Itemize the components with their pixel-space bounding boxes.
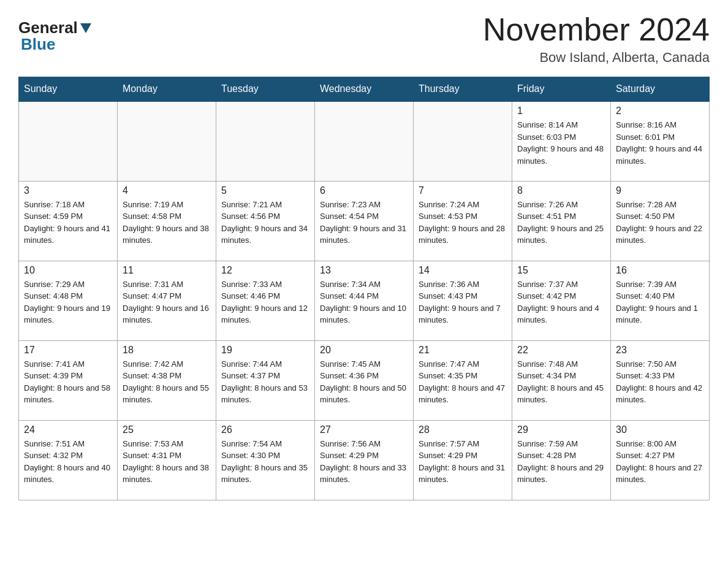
sun-info: Sunrise: 8:00 AMSunset: 4:27 PMDaylight:… — [616, 438, 704, 486]
day-number: 6 — [320, 185, 408, 196]
day-number: 15 — [517, 265, 605, 276]
weekday-header-wednesday: Wednesday — [315, 77, 414, 102]
calendar-cell: 23Sunrise: 7:50 AMSunset: 4:33 PMDayligh… — [611, 340, 710, 420]
day-number: 11 — [123, 265, 211, 276]
calendar-cell: 13Sunrise: 7:34 AMSunset: 4:44 PMDayligh… — [315, 261, 414, 340]
day-number: 20 — [320, 345, 408, 356]
calendar-cell: 12Sunrise: 7:33 AMSunset: 4:46 PMDayligh… — [216, 261, 315, 340]
sun-info: Sunrise: 7:48 AMSunset: 4:34 PMDaylight:… — [517, 358, 605, 406]
sun-info: Sunrise: 7:53 AMSunset: 4:31 PMDaylight:… — [123, 438, 211, 486]
day-number: 4 — [123, 185, 211, 196]
calendar-cell: 26Sunrise: 7:54 AMSunset: 4:30 PMDayligh… — [216, 420, 315, 500]
calendar-cell: 14Sunrise: 7:36 AMSunset: 4:43 PMDayligh… — [414, 261, 512, 340]
weekday-header-row: SundayMondayTuesdayWednesdayThursdayFrid… — [19, 77, 710, 102]
day-number: 9 — [616, 185, 704, 196]
calendar-cell: 11Sunrise: 7:31 AMSunset: 4:47 PMDayligh… — [118, 261, 216, 340]
day-number: 2 — [616, 105, 704, 117]
sun-info: Sunrise: 7:19 AMSunset: 4:58 PMDaylight:… — [123, 199, 211, 247]
sun-info: Sunrise: 7:34 AMSunset: 4:44 PMDaylight:… — [320, 278, 408, 326]
sun-info: Sunrise: 7:18 AMSunset: 4:59 PMDaylight:… — [24, 199, 112, 247]
sun-info: Sunrise: 7:39 AMSunset: 4:40 PMDaylight:… — [616, 278, 704, 326]
day-number: 10 — [24, 265, 112, 276]
calendar-cell: 4Sunrise: 7:19 AMSunset: 4:58 PMDaylight… — [118, 181, 216, 261]
day-number: 3 — [24, 185, 112, 196]
sun-info: Sunrise: 7:56 AMSunset: 4:29 PMDaylight:… — [320, 438, 408, 486]
day-number: 21 — [419, 345, 507, 356]
calendar-week-2: 3Sunrise: 7:18 AMSunset: 4:59 PMDaylight… — [19, 181, 710, 261]
calendar-cell: 9Sunrise: 7:28 AMSunset: 4:50 PMDaylight… — [611, 181, 710, 261]
calendar-cell: 2Sunrise: 8:16 AMSunset: 6:01 PMDaylight… — [611, 101, 710, 181]
weekday-header-monday: Monday — [118, 77, 216, 102]
calendar-week-1: 1Sunrise: 8:14 AMSunset: 6:03 PMDaylight… — [19, 101, 710, 181]
title-block: November 2024 Bow Island, Alberta, Canad… — [483, 12, 710, 66]
day-number: 19 — [221, 345, 309, 356]
calendar-cell: 15Sunrise: 7:37 AMSunset: 4:42 PMDayligh… — [512, 261, 611, 340]
sun-info: Sunrise: 7:31 AMSunset: 4:47 PMDaylight:… — [123, 278, 211, 326]
calendar-cell: 21Sunrise: 7:47 AMSunset: 4:35 PMDayligh… — [414, 340, 512, 420]
calendar-cell — [216, 101, 315, 181]
calendar-cell — [414, 101, 512, 181]
day-number: 14 — [419, 265, 507, 276]
day-number: 25 — [123, 424, 211, 435]
sun-info: Sunrise: 7:47 AMSunset: 4:35 PMDaylight:… — [419, 358, 507, 406]
month-title: November 2024 — [483, 12, 710, 47]
calendar-cell: 3Sunrise: 7:18 AMSunset: 4:59 PMDaylight… — [19, 181, 118, 261]
day-number: 12 — [221, 265, 309, 276]
day-number: 22 — [517, 345, 605, 356]
sun-info: Sunrise: 7:36 AMSunset: 4:43 PMDaylight:… — [419, 278, 507, 326]
calendar-cell: 25Sunrise: 7:53 AMSunset: 4:31 PMDayligh… — [118, 420, 216, 500]
calendar-cell: 16Sunrise: 7:39 AMSunset: 4:40 PMDayligh… — [611, 261, 710, 340]
day-number: 18 — [123, 345, 211, 356]
calendar-cell: 7Sunrise: 7:24 AMSunset: 4:53 PMDaylight… — [414, 181, 512, 261]
page-header: General Blue November 2024 Bow Island, A… — [18, 12, 710, 66]
sun-info: Sunrise: 7:54 AMSunset: 4:30 PMDaylight:… — [221, 438, 309, 486]
day-number: 28 — [419, 424, 507, 435]
weekday-header-saturday: Saturday — [611, 77, 710, 102]
day-number: 26 — [221, 424, 309, 435]
day-number: 5 — [221, 185, 309, 196]
day-number: 23 — [616, 345, 704, 356]
calendar-cell: 30Sunrise: 8:00 AMSunset: 4:27 PMDayligh… — [611, 420, 710, 500]
logo-triangle-icon — [79, 21, 93, 34]
sun-info: Sunrise: 7:21 AMSunset: 4:56 PMDaylight:… — [221, 199, 309, 247]
day-number: 17 — [24, 345, 112, 356]
day-number: 30 — [616, 424, 704, 435]
calendar-cell — [19, 101, 118, 181]
calendar-cell: 27Sunrise: 7:56 AMSunset: 4:29 PMDayligh… — [315, 420, 414, 500]
sun-info: Sunrise: 7:28 AMSunset: 4:50 PMDaylight:… — [616, 199, 704, 247]
day-number: 29 — [517, 424, 605, 435]
calendar-week-3: 10Sunrise: 7:29 AMSunset: 4:48 PMDayligh… — [19, 261, 710, 340]
calendar-cell: 19Sunrise: 7:44 AMSunset: 4:37 PMDayligh… — [216, 340, 315, 420]
logo-blue: Blue — [21, 35, 55, 53]
sun-info: Sunrise: 8:16 AMSunset: 6:01 PMDaylight:… — [616, 119, 704, 167]
calendar-cell: 22Sunrise: 7:48 AMSunset: 4:34 PMDayligh… — [512, 340, 611, 420]
sun-info: Sunrise: 7:59 AMSunset: 4:28 PMDaylight:… — [517, 438, 605, 486]
sun-info: Sunrise: 7:41 AMSunset: 4:39 PMDaylight:… — [24, 358, 112, 406]
calendar-table: SundayMondayTuesdayWednesdayThursdayFrid… — [18, 77, 710, 500]
sun-info: Sunrise: 7:42 AMSunset: 4:38 PMDaylight:… — [123, 358, 211, 406]
calendar-cell: 17Sunrise: 7:41 AMSunset: 4:39 PMDayligh… — [19, 340, 118, 420]
calendar-cell: 24Sunrise: 7:51 AMSunset: 4:32 PMDayligh… — [19, 420, 118, 500]
weekday-header-friday: Friday — [512, 77, 611, 102]
svg-marker-0 — [80, 23, 91, 33]
sun-info: Sunrise: 7:29 AMSunset: 4:48 PMDaylight:… — [24, 278, 112, 326]
calendar-cell: 28Sunrise: 7:57 AMSunset: 4:29 PMDayligh… — [414, 420, 512, 500]
calendar-cell: 29Sunrise: 7:59 AMSunset: 4:28 PMDayligh… — [512, 420, 611, 500]
day-number: 13 — [320, 265, 408, 276]
sun-info: Sunrise: 7:51 AMSunset: 4:32 PMDaylight:… — [24, 438, 112, 486]
calendar-cell: 6Sunrise: 7:23 AMSunset: 4:54 PMDaylight… — [315, 181, 414, 261]
calendar-cell: 5Sunrise: 7:21 AMSunset: 4:56 PMDaylight… — [216, 181, 315, 261]
day-number: 24 — [24, 424, 112, 435]
sun-info: Sunrise: 7:57 AMSunset: 4:29 PMDaylight:… — [419, 438, 507, 486]
sun-info: Sunrise: 7:37 AMSunset: 4:42 PMDaylight:… — [517, 278, 605, 326]
calendar-cell — [118, 101, 216, 181]
sun-info: Sunrise: 7:50 AMSunset: 4:33 PMDaylight:… — [616, 358, 704, 406]
sun-info: Sunrise: 8:14 AMSunset: 6:03 PMDaylight:… — [517, 119, 605, 167]
day-number: 16 — [616, 265, 704, 276]
calendar-cell: 20Sunrise: 7:45 AMSunset: 4:36 PMDayligh… — [315, 340, 414, 420]
sun-info: Sunrise: 7:45 AMSunset: 4:36 PMDaylight:… — [320, 358, 408, 406]
sun-info: Sunrise: 7:26 AMSunset: 4:51 PMDaylight:… — [517, 199, 605, 247]
sun-info: Sunrise: 7:23 AMSunset: 4:54 PMDaylight:… — [320, 199, 408, 247]
sun-info: Sunrise: 7:44 AMSunset: 4:37 PMDaylight:… — [221, 358, 309, 406]
calendar-cell: 1Sunrise: 8:14 AMSunset: 6:03 PMDaylight… — [512, 101, 611, 181]
